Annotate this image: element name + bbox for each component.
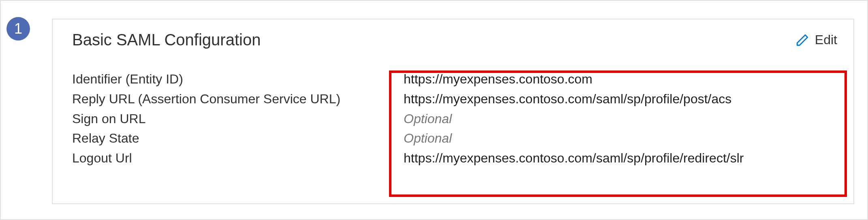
reply-url-label: Reply URL (Assertion Consumer Service UR…: [72, 90, 404, 108]
identifier-value: https://myexpenses.contoso.com: [404, 70, 837, 88]
edit-button[interactable]: Edit: [795, 32, 837, 47]
saml-config-card: Basic SAML Configuration Edit Identifier…: [52, 19, 854, 204]
edit-icon: [795, 33, 809, 47]
logout-url-label: Logout Url: [72, 149, 404, 167]
panel-container: 1 Basic SAML Configuration Edit Identifi…: [0, 0, 868, 220]
step-number: 1: [14, 20, 22, 37]
sign-on-url-label: Sign on URL: [72, 110, 404, 128]
card-title: Basic SAML Configuration: [72, 31, 261, 49]
step-number-badge: 1: [6, 17, 30, 41]
sign-on-url-value: Optional: [404, 110, 837, 128]
reply-url-value: https://myexpenses.contoso.com/saml/sp/p…: [404, 90, 837, 108]
identifier-label: Identifier (Entity ID): [72, 70, 404, 88]
config-rows: Identifier (Entity ID) https://myexpense…: [72, 70, 837, 167]
card-header: Basic SAML Configuration Edit: [72, 31, 837, 49]
relay-state-label: Relay State: [72, 129, 404, 147]
edit-button-label: Edit: [815, 32, 837, 47]
logout-url-value: https://myexpenses.contoso.com/saml/sp/p…: [404, 149, 837, 167]
relay-state-value: Optional: [404, 129, 837, 147]
card-inner: Basic SAML Configuration Edit Identifier…: [53, 19, 853, 175]
